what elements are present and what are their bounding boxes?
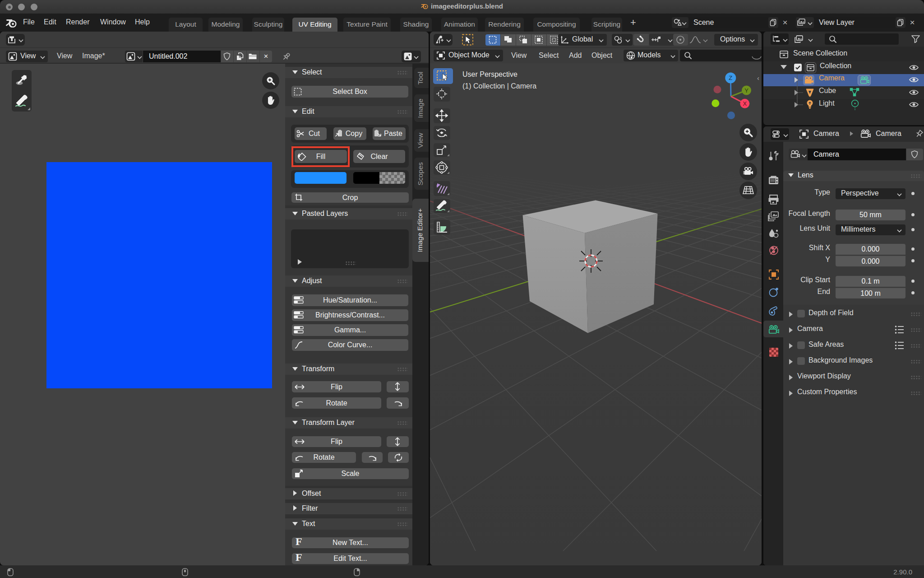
svg-text:Y: Y xyxy=(744,87,748,94)
svg-text:Z: Z xyxy=(729,75,732,81)
svg-text:X: X xyxy=(743,100,747,107)
